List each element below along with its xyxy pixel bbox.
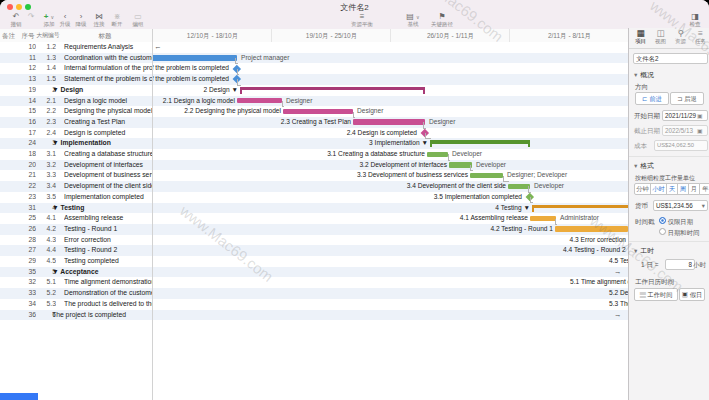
task-row[interactable]: 345.3The product is delivered to the cus… xyxy=(0,299,628,310)
level-resources-button[interactable]: ≡ 资源平衡 xyxy=(348,13,376,27)
task-wbs-cell: 1.4 xyxy=(32,63,56,74)
tab-resources[interactable]: ⚲ 资源 xyxy=(671,29,690,45)
gantt-bar[interactable] xyxy=(237,98,282,103)
task-row[interactable]: 152.2Designing the physical model2.2 Des… xyxy=(0,106,628,117)
task-row[interactable]: 131.5Statement of the problem is complet… xyxy=(0,74,628,85)
title-bar: 文件名2 xyxy=(0,0,709,13)
task-wbs-cell: 2.3 xyxy=(32,117,56,128)
task-row[interactable]: 325.1Time alignment demonstration5.1 Tim… xyxy=(0,277,628,288)
gantt-bar[interactable] xyxy=(427,152,448,157)
gantt-resource-label: Developer xyxy=(534,181,564,192)
task-row[interactable]: 355▼ Acceptance→ xyxy=(0,267,628,278)
task-row[interactable]: 243▼ Implementation3 Implementation ▼ xyxy=(0,138,628,149)
task-row[interactable]: 284.3Error correction4.3 Error correctio… xyxy=(0,235,628,246)
project-name-input[interactable] xyxy=(633,53,708,64)
gantt-group-bracket[interactable] xyxy=(532,205,628,209)
task-row[interactable]: 223.4Development of the client side3.4 D… xyxy=(0,181,628,192)
task-row[interactable]: 254.1Assembling release4.1 Assembling re… xyxy=(0,213,628,224)
gantt-bar[interactable] xyxy=(530,216,556,221)
task-row[interactable]: 314▼ Testing4 Testing ▼ xyxy=(0,203,628,214)
timestamp-dates-only-radio[interactable]: 仅限日期 xyxy=(659,217,693,227)
task-row[interactable]: 294.5Testing completed4.5 Testing comple… xyxy=(0,256,628,267)
gantt-row: → xyxy=(152,267,628,278)
calendar-icon[interactable]: ▣ xyxy=(697,112,703,119)
task-row[interactable]: 172.4Design is completed2.4 Design is co… xyxy=(0,128,628,139)
task-title-cell: Creating a Test Plan xyxy=(64,117,152,128)
gantt-row: 2 Design ▼ xyxy=(152,85,628,96)
gantt-bar[interactable] xyxy=(353,119,425,124)
connect-button[interactable]: ⋈ 连接 xyxy=(92,13,106,27)
disconnect-button[interactable]: ⋇ 断开 xyxy=(110,13,124,27)
task-row[interactable]: 101.2Requirements Analysis← xyxy=(0,42,628,53)
column-header-title[interactable]: 标题 xyxy=(58,29,152,42)
gantt-bar[interactable] xyxy=(283,109,353,114)
task-row[interactable]: 264.2Testing - Round 14.2 Testing - Roun… xyxy=(0,224,628,235)
task-row[interactable]: 366The project is completed→ xyxy=(0,310,628,321)
task-row[interactable]: 142.1Design a logic model2.1 Design a lo… xyxy=(0,96,628,107)
regular-hours-button[interactable]: ▤ 工作时间 xyxy=(634,288,678,301)
baselines-icon: ▤ xyxy=(406,12,414,21)
tab-views[interactable]: ◫ 视图 xyxy=(651,29,670,45)
task-title-cell: The product is delivered to the customer xyxy=(64,299,152,310)
timestamp-label: 时间戳 xyxy=(635,218,655,227)
task-row[interactable]: 233.5Implementation completed3.5 Impleme… xyxy=(0,192,628,203)
gantt-bar[interactable] xyxy=(152,55,237,60)
task-row[interactable]: 183.1Creating a database structure3.1 Cr… xyxy=(0,149,628,160)
inspector-toggle-button[interactable]: ◨ 检查 xyxy=(686,13,704,27)
currency-dropdown[interactable]: US$1,234.56 ▾ xyxy=(653,200,708,211)
task-row[interactable]: 111.3Coordination with the customerProje… xyxy=(0,53,628,64)
outdent-button[interactable]: ‹ 升级 xyxy=(58,13,72,27)
gantt-task-label: 4.4 Testing - Round 2 xyxy=(563,245,626,256)
gantt-bar[interactable] xyxy=(470,173,503,178)
gantt-row: 5.3 The product is delivered to the cust… xyxy=(152,299,628,310)
inspector-panel: ▦ 项目 ◫ 视图 ⚲ 资源 ≡ 任务 ▼ 概况 方向 ⊏ 前进 ⊐ 后退 开始… xyxy=(628,28,709,400)
task-title-cell: ▼ Design xyxy=(52,85,152,96)
group-button[interactable]: ▭ 编组 xyxy=(130,13,146,27)
task-row[interactable]: 203.2Development of interfaces3.2 Develo… xyxy=(0,160,628,171)
baselines-button[interactable]: ▤ ∨ 基线 xyxy=(402,13,424,27)
unit-option-2[interactable]: 小时 xyxy=(650,183,667,195)
direction-forward-button[interactable]: ⊏ 前进 xyxy=(635,92,669,105)
dropdown-arrow-icon: ▾ xyxy=(702,201,705,210)
level-resources-icon: ≡ xyxy=(348,13,376,21)
task-title-cell: Development of the client side xyxy=(64,181,152,192)
unit-option-1[interactable]: 分钟 xyxy=(634,183,651,195)
task-title-cell: Design a logic model xyxy=(64,96,152,107)
undo-button[interactable]: ↶ 撤销 xyxy=(8,13,24,27)
task-row[interactable]: 213.3Development of business services3.3… xyxy=(0,170,628,181)
unit-option-6[interactable]: 年 xyxy=(699,183,709,195)
holidays-button[interactable]: ▣ 假日 xyxy=(679,288,705,301)
gantt-bar[interactable] xyxy=(555,226,628,231)
cost-value: US$24,062.50 xyxy=(654,140,708,151)
toolbar: ↶ 撤销 ↷ + ∨ 添加 ‹ 升级 › 降级 ⋈ 连接 ⋇ 断开 ▭ 编组 xyxy=(0,13,709,30)
tab-project[interactable]: ▦ 项目 xyxy=(631,29,650,45)
tab-task[interactable]: ≡ 任务 xyxy=(691,29,709,45)
add-task-button[interactable]: + ∨ 添加 xyxy=(40,13,58,27)
task-title-cell: Testing - Round 2 xyxy=(64,245,152,256)
redo-button[interactable]: ↷ xyxy=(24,13,38,27)
calendar-icon[interactable]: ▣ xyxy=(697,127,703,134)
task-title-cell: Coordination with the customer xyxy=(64,53,152,64)
table-gantt-divider[interactable] xyxy=(152,29,153,400)
gantt-bar[interactable] xyxy=(449,162,472,167)
task-row[interactable]: 274.4Testing - Round 24.4 Testing - Roun… xyxy=(0,245,628,256)
column-header-wbs[interactable]: 大纲编号 xyxy=(36,29,60,42)
gantt-task-label: 3 Implementation ▼ xyxy=(152,138,428,149)
task-row[interactable]: 335.2Demonstration of the customer5.2 De… xyxy=(0,288,628,299)
gantt-group-bracket[interactable] xyxy=(240,87,425,91)
direction-backward-button[interactable]: ⊐ 后退 xyxy=(670,92,704,105)
dependency-connector xyxy=(423,122,426,128)
indent-button[interactable]: › 降级 xyxy=(74,13,88,27)
gantt-bar[interactable] xyxy=(508,184,530,189)
timestamp-dates-times-radio[interactable]: 日期和时间 xyxy=(659,228,699,238)
gantt-group-bracket[interactable] xyxy=(430,140,530,144)
task-row[interactable]: 121.4Internal formulation of the problem… xyxy=(0,63,628,74)
gantt-task-label: 4.1 Assembling release xyxy=(152,213,528,224)
task-row[interactable]: 162.3Creating a Test Plan2.3 Creating a … xyxy=(0,117,628,128)
task-row[interactable]: 192▼ Design2 Design ▼ xyxy=(0,85,628,96)
dependency-connector xyxy=(503,176,509,182)
hours-per-day-input[interactable] xyxy=(665,259,695,270)
gantt-resource-label: Administrator xyxy=(560,213,599,224)
column-header-id[interactable]: 序号 xyxy=(18,29,38,42)
critical-path-button[interactable]: ⚑ 关键路径 xyxy=(428,13,456,27)
